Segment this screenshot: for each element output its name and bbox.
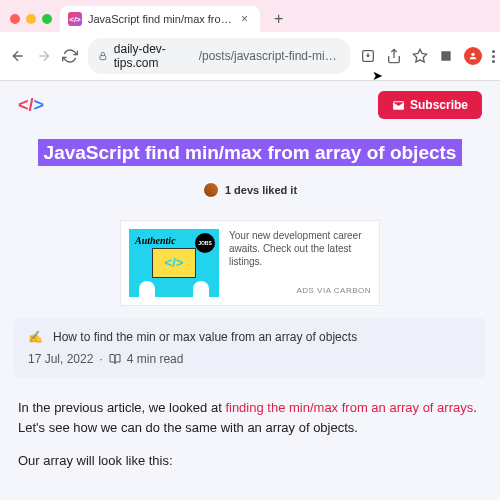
paragraph-2: Our array will look like this: — [18, 451, 482, 472]
lock-icon — [98, 50, 108, 62]
ad-brand: Authentic — [135, 235, 176, 246]
hero-section: JavaScript find min/max from array of ob… — [0, 129, 500, 212]
close-window-icon[interactable] — [10, 14, 20, 24]
book-icon — [109, 353, 121, 365]
url-path: /posts/javascript-find-min-max-... — [199, 49, 340, 63]
article-body: In the previous article, we looked at fi… — [0, 390, 500, 492]
tab-title: JavaScript find min/max from a... — [88, 13, 235, 25]
forward-button[interactable] — [36, 48, 52, 64]
ad-image: Authentic JOBS </> — [129, 229, 219, 297]
maximize-window-icon[interactable] — [42, 14, 52, 24]
likes-text: 1 devs liked it — [225, 184, 297, 196]
url-input[interactable]: daily-dev-tips.com/posts/javascript-find… — [88, 38, 350, 74]
subscribe-button[interactable]: Subscribe — [378, 91, 482, 119]
address-bar: daily-dev-tips.com/posts/javascript-find… — [0, 32, 500, 81]
bookmark-icon[interactable] — [412, 48, 428, 64]
window-controls — [10, 14, 52, 24]
svg-point-3 — [471, 53, 474, 56]
cursor-icon: ➤ — [372, 81, 383, 83]
ad-attribution: ADS VIA CARBON — [229, 286, 371, 296]
tab-close-icon[interactable]: × — [241, 12, 248, 26]
site-header: </> Subscribe — [0, 81, 500, 129]
install-app-icon[interactable] — [360, 48, 376, 64]
profile-avatar[interactable] — [464, 47, 482, 65]
ad-badge: JOBS — [195, 233, 215, 253]
back-button[interactable] — [10, 48, 26, 64]
minimize-window-icon[interactable] — [26, 14, 36, 24]
meta-separator: · — [99, 352, 102, 366]
tab-favicon-icon: </> — [68, 12, 82, 26]
url-domain: daily-dev-tips.com — [114, 42, 193, 70]
ad-text: Your new development career awaits. Chec… — [229, 229, 371, 297]
browser-menu-icon[interactable] — [492, 50, 495, 63]
article-summary: How to find the min or max value from an… — [53, 330, 357, 344]
svg-rect-0 — [100, 56, 106, 60]
likes-row[interactable]: 1 devs liked it — [18, 182, 482, 198]
carbon-ad[interactable]: Authentic JOBS </> Your new development … — [120, 220, 380, 306]
svg-rect-2 — [441, 51, 450, 60]
publish-date: 17 Jul, 2022 — [28, 352, 93, 366]
page-content: </> Subscribe ➤ JavaScript find min/max … — [0, 81, 500, 500]
reload-button[interactable] — [62, 48, 78, 64]
share-icon[interactable] — [386, 48, 402, 64]
browser-tab[interactable]: </> JavaScript find min/max from a... × — [60, 6, 260, 32]
page-title: JavaScript find min/max from array of ob… — [38, 139, 463, 166]
ad-copy: Your new development career awaits. Chec… — [229, 229, 371, 268]
new-tab-button[interactable]: + — [268, 10, 289, 28]
article-meta: ✍️ How to find the min or max value from… — [14, 318, 486, 378]
pencil-icon: ✍️ — [28, 330, 43, 344]
site-logo[interactable]: </> — [18, 95, 44, 116]
liker-avatar — [203, 182, 219, 198]
related-article-link[interactable]: finding the min/max from an array of arr… — [225, 400, 473, 415]
read-time: 4 min read — [127, 352, 184, 366]
paragraph-1: In the previous article, we looked at fi… — [18, 398, 482, 440]
subscribe-label: Subscribe — [410, 98, 468, 112]
extensions-icon[interactable] — [438, 48, 454, 64]
mail-icon — [392, 99, 405, 112]
browser-tab-strip: </> JavaScript find min/max from a... × … — [0, 0, 500, 32]
